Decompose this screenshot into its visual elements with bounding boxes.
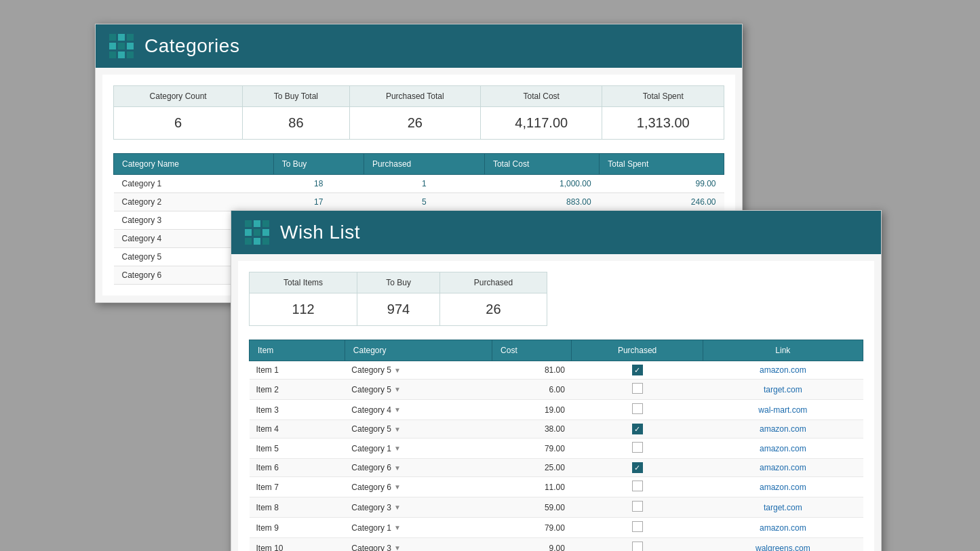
- checkbox-unchecked[interactable]: [632, 442, 643, 453]
- wl-link[interactable]: wal-mart.com: [703, 400, 863, 420]
- categories-header: Categories: [96, 24, 742, 68]
- wl-cost: 6.00: [492, 380, 572, 400]
- wl-link[interactable]: amazon.com: [703, 477, 863, 497]
- wl-summary-value-purchased: 26: [439, 293, 547, 326]
- wishlist-summary-table: Total Items To Buy Purchased 112 974 26: [249, 272, 547, 326]
- wl-purchased-check[interactable]: [572, 497, 703, 518]
- wl-purchased-check[interactable]: ✓: [572, 361, 703, 380]
- wl-item: Item 1: [250, 361, 345, 380]
- wl-cost: 81.00: [492, 361, 572, 380]
- checkbox-checked[interactable]: ✓: [632, 365, 643, 375]
- summary-header-purchased: Purchased Total: [349, 86, 480, 107]
- cat-tobuy: 17: [273, 193, 364, 211]
- cat-spent: 99.00: [600, 175, 724, 193]
- wl-link[interactable]: target.com: [703, 497, 863, 518]
- checkbox-unchecked[interactable]: [632, 383, 643, 394]
- wl-category: Category 3 ▼: [345, 538, 492, 552]
- wishlist-header: Wish List: [231, 211, 881, 254]
- dropdown-arrow-icon[interactable]: ▼: [394, 464, 401, 472]
- wl-category: Category 3 ▼: [345, 497, 492, 518]
- summary-value-purchased: 26: [349, 107, 480, 140]
- wl-category: Category 1 ▼: [345, 518, 492, 538]
- wishlist-row: Item 10 Category 3 ▼ 9.00 walgreens.com: [250, 538, 863, 552]
- wl-link[interactable]: amazon.com: [703, 438, 863, 459]
- wl-category: Category 4 ▼: [345, 400, 492, 420]
- wl-category: Category 6 ▼: [345, 459, 492, 477]
- wl-link[interactable]: amazon.com: [703, 361, 863, 380]
- col-header-cost: Total Cost: [484, 154, 599, 175]
- checkbox-unchecked[interactable]: [632, 501, 643, 512]
- checkbox-unchecked[interactable]: [632, 403, 643, 414]
- wl-item: Item 4: [250, 420, 345, 438]
- wl-cost: 11.00: [492, 477, 572, 497]
- wl-summary-value-tobuy: 974: [357, 293, 440, 326]
- wl-purchased-check[interactable]: [572, 438, 703, 459]
- wl-item: Item 3: [250, 400, 345, 420]
- wl-purchased-check[interactable]: ✓: [572, 459, 703, 477]
- dropdown-arrow-icon[interactable]: ▼: [394, 386, 401, 393]
- checkbox-checked[interactable]: ✓: [632, 424, 643, 434]
- wl-link[interactable]: amazon.com: [703, 518, 863, 538]
- wl-purchased-check[interactable]: [572, 538, 703, 552]
- wl-purchased-check[interactable]: [572, 518, 703, 538]
- wl-item: Item 9: [250, 518, 345, 538]
- wl-purchased-check[interactable]: ✓: [572, 420, 703, 438]
- dropdown-arrow-icon[interactable]: ▼: [394, 445, 401, 452]
- wishlist-row: Item 3 Category 4 ▼ 19.00 wal-mart.com: [250, 400, 863, 420]
- wl-item: Item 7: [250, 477, 345, 497]
- checkbox-unchecked[interactable]: [632, 481, 643, 491]
- wishlist-window: Wish List Total Items To Buy Purchased 1…: [231, 210, 882, 551]
- checkbox-unchecked[interactable]: [632, 542, 643, 551]
- wl-link[interactable]: amazon.com: [703, 459, 863, 477]
- wl-item: Item 2: [250, 380, 345, 400]
- dropdown-arrow-icon[interactable]: ▼: [394, 524, 401, 531]
- wl-purchased-check[interactable]: [572, 380, 703, 400]
- dropdown-arrow-icon[interactable]: ▼: [394, 426, 401, 433]
- dropdown-arrow-icon[interactable]: ▼: [394, 504, 401, 511]
- wl-link[interactable]: walgreens.com: [703, 538, 863, 552]
- wl-item: Item 6: [250, 459, 345, 477]
- wl-summary-value-items: 112: [250, 293, 357, 326]
- wishlist-row: Item 8 Category 3 ▼ 59.00 target.com: [250, 497, 863, 518]
- wl-summary-header-items: Total Items: [250, 272, 357, 293]
- wl-col-category: Category: [345, 340, 492, 361]
- category-row: Category 2 17 5 883.00 246.00: [114, 193, 724, 211]
- wishlist-title: Wish List: [280, 222, 360, 243]
- cat-name: Category 1: [114, 175, 274, 193]
- wl-cost: 59.00: [492, 497, 572, 518]
- wl-category: Category 1 ▼: [345, 438, 492, 459]
- wishlist-row: Item 6 Category 6 ▼ 25.00 ✓ amazon.com: [250, 459, 863, 477]
- dropdown-arrow-icon[interactable]: ▼: [394, 544, 401, 551]
- wl-col-cost: Cost: [492, 340, 572, 361]
- summary-value-tobuy: 86: [243, 107, 349, 140]
- wishlist-icon: [245, 220, 269, 245]
- wl-link[interactable]: target.com: [703, 380, 863, 400]
- wl-item: Item 5: [250, 438, 345, 459]
- checkbox-unchecked[interactable]: [632, 521, 643, 532]
- wl-cost: 79.00: [492, 518, 572, 538]
- wl-item: Item 10: [250, 538, 345, 552]
- wishlist-row: Item 7 Category 6 ▼ 11.00 amazon.com: [250, 477, 863, 497]
- wl-link[interactable]: amazon.com: [703, 420, 863, 438]
- wl-cost: 38.00: [492, 420, 572, 438]
- wl-category: Category 6 ▼: [345, 477, 492, 497]
- checkbox-checked[interactable]: ✓: [632, 462, 643, 473]
- wl-cost: 25.00: [492, 459, 572, 477]
- cat-purchased: 5: [364, 193, 484, 211]
- wl-summary-header-purchased: Purchased: [439, 272, 547, 293]
- summary-value-count: 6: [114, 107, 243, 140]
- categories-summary-table: Category Count To Buy Total Purchased To…: [113, 85, 724, 140]
- categories-icon: [109, 34, 134, 58]
- wl-purchased-check[interactable]: [572, 477, 703, 497]
- cat-tobuy: 18: [273, 175, 364, 193]
- dropdown-arrow-icon[interactable]: ▼: [394, 406, 401, 413]
- wl-cost: 9.00: [492, 538, 572, 552]
- summary-value-cost: 4,117.00: [481, 107, 602, 140]
- dropdown-arrow-icon[interactable]: ▼: [394, 483, 401, 491]
- wl-cost: 79.00: [492, 438, 572, 459]
- dropdown-arrow-icon[interactable]: ▼: [394, 367, 401, 374]
- wl-cost: 19.00: [492, 400, 572, 420]
- wishlist-row: Item 2 Category 5 ▼ 6.00 target.com: [250, 380, 863, 400]
- cat-purchased: 1: [364, 175, 484, 193]
- wl-purchased-check[interactable]: [572, 400, 703, 420]
